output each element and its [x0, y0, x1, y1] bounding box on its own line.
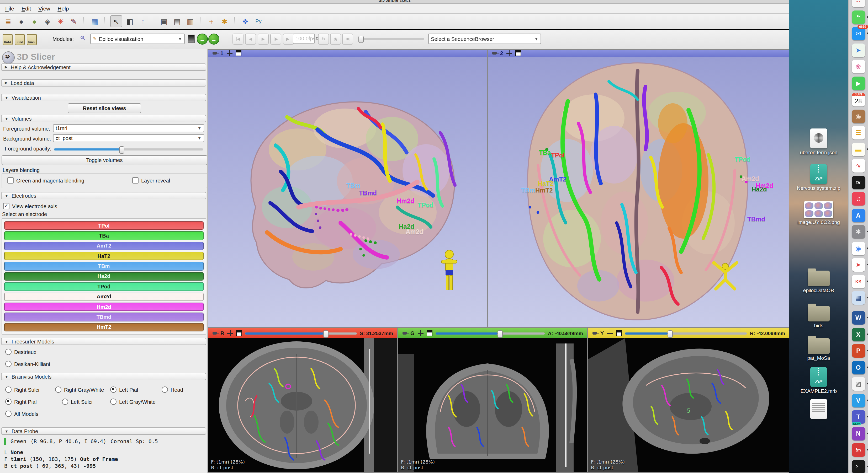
volume-module-icon[interactable]: ●	[29, 16, 40, 27]
desktop-icon-bids[interactable]: bids	[789, 306, 848, 329]
section-data-probe[interactable]: ▼Data Probe	[1, 427, 206, 435]
dock-onenote[interactable]: N	[851, 427, 865, 440]
pin-icon[interactable]	[592, 332, 597, 335]
crosshair-icon[interactable]: +	[206, 16, 217, 27]
record-button[interactable]: ◉	[330, 34, 341, 44]
dock-terminal[interactable]: >_	[851, 460, 865, 473]
snapshot-button[interactable]: ▣	[342, 34, 353, 44]
menu-view[interactable]: View	[35, 4, 53, 12]
layer-reveal-checkbox[interactable]: Layer reveal	[132, 177, 170, 183]
dock-word[interactable]: W	[851, 311, 865, 325]
red-slice-controls[interactable]: R S: 31.2537mm	[208, 328, 397, 338]
radio-circle[interactable]	[5, 349, 11, 355]
section-help-acknowledgement[interactable]: ▶Help & Acknowledgement	[1, 63, 206, 71]
extensions-icon[interactable]: ✱	[219, 16, 230, 27]
crosshair-icon[interactable]	[226, 50, 232, 56]
threed-view-2[interactable]: 2 TBaTPolAmT2HaT2TBmHmT2TPodAm2dHa2dHm2d…	[488, 50, 789, 327]
desktop-icon-document[interactable]	[789, 399, 848, 419]
dock-mail[interactable]: ✉6619	[851, 27, 865, 40]
python-console-icon[interactable]: Py	[253, 16, 264, 27]
scene-view-camera-icon[interactable]: ▥	[185, 16, 196, 27]
dock-reminders[interactable]: ☰	[851, 126, 865, 139]
desktop-icon-EXAMPLE2.mrb[interactable]: ZiPEXAMPLE2.mrb	[789, 367, 848, 394]
desktop-icon-image.UYI0O2.png[interactable]: image.UYI0O2.png	[789, 201, 848, 226]
section-brainvisa-models[interactable]: ▼Brainvisa Models	[1, 373, 206, 380]
electrode-button-Am2d[interactable]: Am2d	[4, 292, 204, 301]
dock-mattermost[interactable]: !m	[851, 443, 865, 457]
module-selector-combobox[interactable]: ✎ Epiloc visualization▼	[90, 34, 185, 44]
desikan-killiani-radio[interactable]: Desikan-Killiani	[5, 361, 50, 367]
electrode-button-HaT2[interactable]: HaT2	[4, 252, 204, 260]
module-home-icon[interactable]: ≣	[3, 16, 13, 27]
dock-slicer-app[interactable]: ▦	[851, 291, 865, 305]
previous-frame-button[interactable]: ◀	[245, 34, 256, 44]
maximize-view-icon[interactable]	[236, 330, 242, 336]
markups-icon[interactable]: ✳	[55, 16, 66, 27]
green-slice-controls[interactable]: G A: -40.5849mm	[398, 328, 587, 338]
green-slice-view[interactable]: G A: -40.5849mm F: t1mri (28%) B: ct pos…	[398, 328, 587, 472]
background-volume-combobox[interactable]: ct_post▼	[53, 134, 204, 142]
yellow-slice-slider[interactable]	[625, 332, 747, 334]
sequence-slider-handle[interactable]	[359, 36, 364, 43]
dock-app-store[interactable]: A	[851, 208, 865, 222]
module-back-button[interactable]: ←	[197, 34, 208, 44]
electrode-button-HmT2[interactable]: HmT2	[4, 323, 204, 331]
dock-facetime[interactable]: ▶	[851, 76, 865, 90]
slider-handle[interactable]	[498, 330, 503, 337]
dock-powerpoint[interactable]: P	[851, 344, 865, 358]
screenshot-icon[interactable]: ▣	[158, 16, 169, 27]
radio-circle[interactable]	[55, 386, 61, 393]
yellow-slice-controls[interactable]: Y R: -42.0098mm	[588, 328, 789, 338]
dock-icm-app[interactable]: ICM	[851, 274, 865, 288]
opacity-slider-handle[interactable]	[119, 146, 124, 154]
view1-header[interactable]: 1	[208, 50, 487, 57]
toggle-volumes-button[interactable]: Toggle volumes	[2, 155, 207, 165]
green-slice-slider[interactable]	[436, 332, 545, 334]
radio-circle[interactable]	[5, 386, 11, 393]
models-module-icon[interactable]: ◈	[42, 16, 53, 27]
head-radio[interactable]: Head	[162, 386, 183, 393]
dock-teams[interactable]: TNEW	[851, 410, 865, 424]
dock-calendar[interactable]: JUIN28	[851, 93, 865, 106]
threed-view-1[interactable]: 1 TBmTBmdHm2dTPodHa2dAm2d	[208, 50, 487, 327]
section-freesurfer-models[interactable]: ▼Freesurfer Models	[1, 338, 206, 345]
section-visualization[interactable]: ▼Visualization	[1, 94, 206, 101]
checkbox-box[interactable]	[132, 177, 138, 183]
dock-outlook[interactable]: O	[851, 361, 865, 374]
left-pial-radio[interactable]: Left Pial	[110, 386, 138, 393]
maximize-view-icon[interactable]	[515, 50, 521, 56]
checkbox-box[interactable]	[7, 177, 13, 183]
loop-button[interactable]: ↻	[318, 34, 329, 44]
extension-manager-icon[interactable]: ❖	[240, 16, 251, 27]
radio-circle[interactable]	[5, 399, 11, 405]
dock-maps[interactable]: ➤	[851, 43, 865, 57]
slider-handle[interactable]	[323, 330, 329, 337]
section-electrodes[interactable]: ▼Electrodes	[1, 192, 206, 199]
foreground-opacity-slider[interactable]	[54, 148, 203, 150]
load-data-button[interactable]: DATA	[3, 34, 12, 45]
menu-file[interactable]: File	[2, 4, 17, 12]
dock-chrome[interactable]: ◉	[851, 241, 865, 255]
reset-slice-views-button[interactable]: Reset slice views	[68, 103, 141, 113]
save-button[interactable]: SAVE	[27, 34, 37, 45]
first-frame-button[interactable]: |◀	[232, 34, 244, 44]
desktop-icon-uberon.term.json[interactable]: uberon.term.json	[789, 129, 848, 156]
place-point-icon[interactable]: ↑	[137, 16, 149, 27]
right-sulci-radio[interactable]: Right Sulci	[5, 386, 39, 393]
maximize-view-icon[interactable]	[427, 330, 432, 336]
fps-spinbox[interactable]: 100.0fps⇅	[293, 34, 315, 43]
dock-apple-tv[interactable]: tv	[851, 175, 865, 189]
dock-launchpad[interactable]: ∷	[851, 0, 865, 7]
radio-circle[interactable]	[5, 411, 11, 417]
all-models-radio[interactable]: All Models	[5, 411, 38, 417]
module-search-icon[interactable]: 🔍︎	[80, 35, 86, 42]
desktop-icon-epilocDataOR[interactable]: epilocDataOR	[789, 271, 848, 294]
view2-header[interactable]: 2	[488, 50, 789, 57]
electrode-button-TBa[interactable]: TBa	[4, 232, 204, 240]
red-slice-view[interactable]: R S: 31.2537mm F: t1mri (28%) B: ct post	[208, 328, 397, 472]
layout-icon[interactable]: ▦	[89, 16, 100, 27]
foreground-volume-combobox[interactable]: t1mri▼	[53, 124, 204, 132]
electrode-button-TBmd[interactable]: TBmd	[4, 312, 204, 321]
electrode-button-AmT2[interactable]: AmT2	[4, 241, 204, 250]
dock-freeform[interactable]: ∿	[851, 159, 865, 172]
